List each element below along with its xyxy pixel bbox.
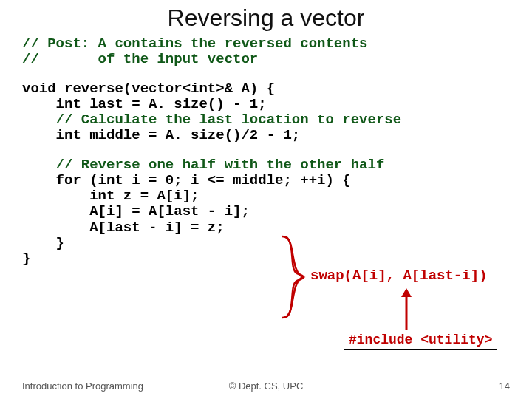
code2-l6: }: [22, 235, 64, 251]
post-line-1: // Post: A contains the reversed content…: [22, 35, 367, 52]
post-line-2: // of the input vector: [22, 51, 258, 67]
slide-title: Reversing a vector: [22, 0, 510, 32]
code1-l2: int last = A. size() - 1;: [22, 96, 267, 112]
code2-l7: }: [22, 250, 30, 267]
code1-l4: int middle = A. size()/2 - 1;: [22, 127, 300, 143]
code2-l1-comment: // Reverse one half with the other half: [22, 157, 384, 173]
svg-marker-1: [401, 288, 412, 297]
footer-page-number: 14: [499, 381, 510, 392]
code-block-1: void reverse(vector<int>& A) { int last …: [22, 81, 510, 144]
include-directive-box: #include <utility>: [344, 330, 497, 350]
slide: Reversing a vector // Post: A contains t…: [0, 0, 532, 399]
code1-l3-comment: // Calculate the last location to revers…: [22, 112, 401, 128]
arrow-up-icon: [399, 288, 414, 330]
code-block-2: // Reverse one half with the other half …: [22, 157, 510, 267]
code2-l2: for (int i = 0; i <= middle; ++i) {: [22, 172, 351, 188]
code2-l3: int z = A[i];: [22, 188, 199, 204]
footer-copyright: © Dept. CS, UPC: [0, 381, 532, 392]
curly-brace-icon: [281, 235, 307, 319]
postcondition-comment: // Post: A contains the reversed content…: [22, 36, 510, 68]
swap-call-annotation: swap(A[i], A[last-i]): [310, 267, 487, 284]
code2-l5: A[last - i] = z;: [22, 219, 225, 236]
code1-l1: void reverse(vector<int>& A) {: [22, 81, 275, 97]
code2-l4: A[i] = A[last - i];: [22, 203, 250, 219]
